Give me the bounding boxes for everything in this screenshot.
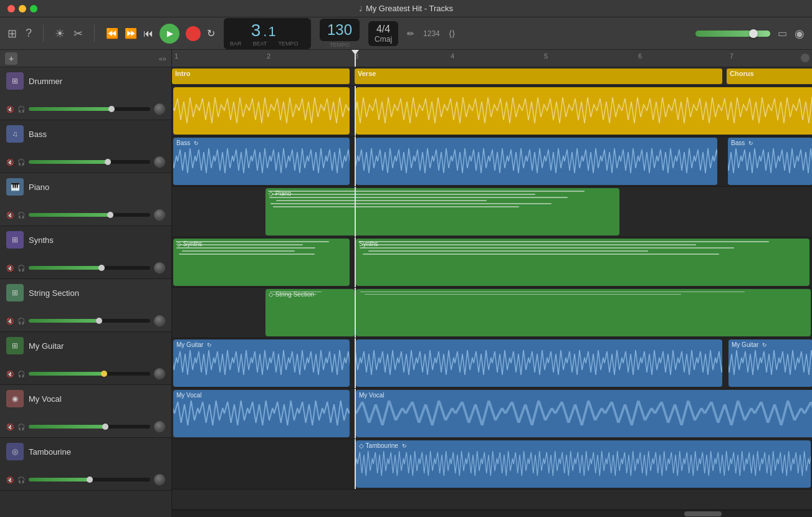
go-start-button[interactable]: ⏮ (143, 28, 153, 39)
region-bass-intro[interactable]: Bass ↻ (173, 138, 350, 185)
volume-slider-bass[interactable] (29, 160, 150, 164)
pan-knob-drummer[interactable] (154, 103, 165, 115)
volume-thumb[interactable] (96, 318, 102, 324)
mute-icon[interactable]: 🔇 (6, 106, 14, 113)
region-guitar-chorus[interactable]: My Guitar ↻ (728, 339, 812, 387)
region-string-intro[interactable]: ◇ String Section (265, 289, 355, 336)
minimize-button[interactable] (19, 5, 26, 12)
pan-knob-guitar[interactable] (154, 368, 165, 379)
midi-line (270, 203, 552, 204)
region-drummer-intro[interactable] (173, 87, 350, 135)
master-volume[interactable] (695, 31, 770, 37)
add-track-button[interactable]: + (5, 52, 17, 65)
mute-icon[interactable]: 🔇 (6, 159, 14, 166)
headphone-icon[interactable]: 🎧 (17, 265, 25, 272)
headphone-icon[interactable]: 🎧 (17, 424, 25, 430)
scrollbar-thumb[interactable] (684, 511, 722, 516)
region-vocal-intro[interactable]: My Vocal (173, 390, 350, 437)
master-volume-thumb[interactable] (749, 29, 758, 38)
region-guitar-intro[interactable]: My Guitar ↻ (173, 339, 350, 387)
pan-knob-bass[interactable] (154, 156, 165, 168)
region-drummer-verse[interactable] (356, 87, 812, 135)
time-signature[interactable]: 4/4 Cmaj (368, 21, 398, 46)
headphone-icon[interactable]: 🎧 (17, 106, 25, 113)
pan-knob-string[interactable] (154, 315, 165, 326)
region-tambourine[interactable]: ◇ Tambourine ↻ (356, 440, 811, 488)
collapse-tracks-btn[interactable]: «» (159, 55, 166, 62)
volume-slider-vocal[interactable] (29, 425, 150, 429)
arranger-verse[interactable]: Verse (355, 69, 722, 84)
volume-slider-guitar[interactable] (29, 372, 150, 376)
pencil-icon[interactable]: ✏ (407, 29, 414, 39)
region-bass-chorus[interactable]: Bass ↻ (728, 138, 812, 185)
region-vocal-verse[interactable]: My Vocal (356, 390, 812, 437)
region-label-synths-v2: Synths (359, 240, 378, 247)
headphone-icon[interactable]: 🎧 (17, 212, 25, 219)
midi-line (360, 292, 745, 292)
help-icon[interactable]: ? (26, 27, 32, 40)
volume-thumb[interactable] (102, 424, 108, 430)
tempo-display[interactable]: 130 (320, 19, 360, 41)
rewind-button[interactable]: ⏪ (106, 27, 118, 39)
volume-slider-tambourine[interactable] (29, 478, 150, 481)
volume-slider-string[interactable] (29, 319, 150, 323)
headphone-icon[interactable]: 🎧 (17, 371, 25, 377)
volume-thumb[interactable] (101, 371, 107, 377)
tempo-section: 130 TEMPO (320, 19, 360, 48)
tempo-label: TEMPO (278, 40, 298, 47)
record-button[interactable] (186, 26, 201, 41)
play-button[interactable] (160, 24, 179, 44)
volume-thumb[interactable] (98, 265, 105, 271)
track-row-string-section: ◇ String Section (172, 288, 812, 338)
region-piano[interactable]: ◇ Piano (265, 188, 619, 235)
master-volume-slider[interactable] (695, 31, 770, 37)
arranger-chorus[interactable]: Chorus (727, 69, 812, 84)
headphone-icon[interactable]: 🎧 (17, 477, 25, 483)
mute-icon[interactable]: 🔇 (6, 265, 14, 272)
headphone-icon[interactable]: ◉ (795, 27, 805, 40)
horizontal-scrollbar[interactable] (172, 510, 812, 517)
track-controls-string-section: 🔇 🎧 (6, 315, 165, 326)
pan-knob-synths[interactable] (154, 262, 165, 273)
volume-thumb[interactable] (107, 212, 113, 218)
volume-fill (29, 425, 105, 429)
lcd-icon[interactable]: ▭ (778, 27, 787, 39)
fast-forward-button[interactable]: ⏩ (125, 27, 137, 39)
notes-icon[interactable]: 1234 (423, 29, 440, 38)
pan-knob-vocal[interactable] (154, 421, 165, 432)
headphone-icon[interactable]: 🎧 (17, 318, 25, 325)
mute-icon[interactable]: 🔇 (6, 212, 14, 219)
playhead[interactable] (355, 50, 356, 67)
midi-line (363, 254, 719, 255)
cycle-button[interactable]: ↻ (207, 27, 215, 39)
volume-thumb[interactable] (108, 106, 115, 112)
scissors-icon[interactable]: ✂ (74, 27, 83, 40)
region-synths-verse[interactable]: Synths (356, 239, 810, 286)
region-string-verse[interactable] (356, 289, 811, 336)
volume-slider-piano[interactable] (29, 213, 150, 217)
maximize-button[interactable] (30, 5, 37, 12)
pan-knob-piano[interactable] (154, 209, 165, 221)
headphone-icon[interactable]: 🎧 (17, 159, 25, 166)
volume-slider-synths[interactable] (29, 266, 150, 270)
mute-icon[interactable]: 🔇 (6, 477, 14, 483)
region-guitar-verse[interactable] (356, 339, 722, 387)
volume-thumb[interactable] (87, 477, 93, 483)
close-button[interactable] (7, 5, 15, 12)
waveform-bass-intro (173, 140, 350, 183)
library-icon[interactable]: ⊞ (7, 27, 17, 40)
volume-thumb[interactable] (105, 159, 111, 165)
region-synths-intro[interactable]: ◇ Synths (173, 239, 350, 286)
mute-icon[interactable]: 🔇 (6, 371, 14, 377)
pan-knob-tambourine[interactable] (154, 474, 165, 485)
arranger-intro[interactable]: Intro (172, 69, 350, 84)
track-icon-piano: 🎹 (6, 178, 24, 196)
smart-controls-icon[interactable]: ☀ (55, 27, 65, 40)
mute-icon[interactable]: 🔇 (6, 318, 14, 325)
mute-icon[interactable]: 🔇 (6, 424, 14, 430)
tuner-icon[interactable]: ⟨⟩ (449, 29, 455, 39)
region-bass-verse[interactable] (356, 138, 717, 185)
volume-slider-drummer[interactable] (29, 107, 150, 111)
midi-line (272, 194, 535, 195)
beat-display: .1 (263, 24, 277, 40)
